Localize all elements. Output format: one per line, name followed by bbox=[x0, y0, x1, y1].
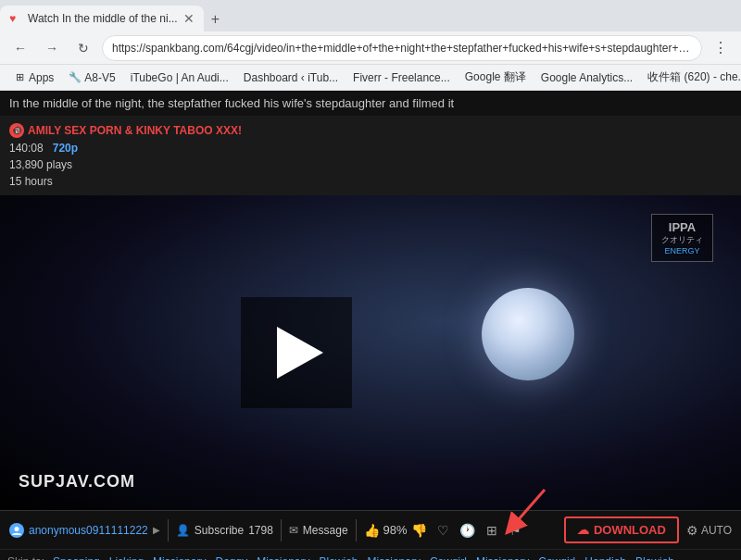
active-tab[interactable]: ♥ Watch In the middle of the ni... ✕ bbox=[0, 6, 204, 31]
skip-label: Skip to: bbox=[7, 555, 44, 560]
page-content: In the middle of the night, the stepfath… bbox=[0, 91, 741, 560]
logo-line1: IPPA bbox=[661, 220, 703, 234]
divider-1 bbox=[168, 519, 169, 541]
nav-bar: ← → ↻ https://spankbang.com/64cgj/video/… bbox=[0, 31, 741, 65]
skip-cowgirl-1[interactable]: Cowgirl bbox=[425, 554, 471, 560]
watermark: SUPJAV.COM bbox=[19, 472, 135, 492]
logo-line2: クオリティ bbox=[661, 234, 703, 246]
browser-chrome: ♥ Watch In the middle of the ni... ✕ + ←… bbox=[0, 0, 741, 91]
svg-point-0 bbox=[15, 527, 19, 531]
skip-blowjob-2[interactable]: Blowjob bbox=[631, 554, 679, 560]
thumbs-up-button[interactable]: 👍 bbox=[364, 523, 380, 538]
skip-missionary-2[interactable]: Missionary bbox=[252, 554, 314, 560]
download-cloud-icon: ☁ bbox=[577, 523, 589, 537]
bookmark-itubego-label: iTubeGo | An Audi... bbox=[131, 71, 229, 84]
gear-icon: ⚙ bbox=[686, 523, 698, 538]
subscribe-icon: 👤 bbox=[176, 524, 190, 537]
play-icon bbox=[277, 327, 323, 379]
bookmark-fiverr[interactable]: Fiverr - Freelance... bbox=[347, 69, 456, 86]
tab-close-button[interactable]: ✕ bbox=[183, 11, 195, 26]
time-ago: 15 hours bbox=[9, 175, 53, 188]
divider-3 bbox=[356, 519, 357, 541]
auto-button[interactable]: ⚙ AUTO bbox=[686, 523, 732, 538]
bookmark-translate-label: Google 翻译 bbox=[465, 69, 526, 85]
download-area: ☁ DOWNLOAD bbox=[564, 516, 679, 543]
page-title-bar: In the middle of the night, the stepfath… bbox=[0, 91, 741, 116]
divider-2 bbox=[281, 519, 282, 541]
bookmark-inbox[interactable]: 收件箱 (620) - che... bbox=[642, 68, 741, 87]
subscribe-label: Subscribe bbox=[195, 524, 244, 537]
tab-title: Watch In the middle of the ni... bbox=[28, 12, 178, 25]
bookmark-dashboard-label: Dashboard ‹ iTub... bbox=[244, 71, 338, 84]
a8v5-icon: 🔧 bbox=[69, 71, 82, 84]
video-quality: 720p bbox=[53, 142, 78, 155]
new-tab-button[interactable]: + bbox=[204, 7, 227, 31]
red-arrow-svg bbox=[494, 485, 549, 536]
back-button[interactable]: ← bbox=[7, 35, 33, 61]
rating-area: 👍 98% 👎 bbox=[364, 523, 427, 538]
bookmark-google-translate[interactable]: Google 翻译 bbox=[459, 68, 532, 87]
user-avatar bbox=[9, 523, 24, 538]
favorite-icon[interactable]: ♡ bbox=[434, 523, 453, 538]
tab-bar: ♥ Watch In the middle of the ni... ✕ + bbox=[0, 0, 741, 31]
bookmark-a8v5[interactable]: 🔧 A8-V5 bbox=[63, 69, 120, 86]
skip-missionary-3[interactable]: Missionary bbox=[363, 554, 425, 560]
user-chevron: ▶ bbox=[153, 525, 160, 535]
forward-button[interactable]: → bbox=[39, 35, 65, 61]
video-player[interactable]: SUPJAV.COM IPPA クオリティ ENERGY bbox=[0, 195, 741, 510]
video-info: 🔞 AMILY SEX PORN & KINKY TABOO XXX! 140:… bbox=[0, 116, 741, 195]
rating-percent: 98% bbox=[383, 523, 408, 537]
tab-favicon: ♥ bbox=[9, 12, 22, 25]
controls-bar: anonymous0911111222 ▶ 👤 Subscribe 1798 ✉… bbox=[0, 510, 741, 549]
address-bar[interactable]: https://spankbang.com/64cgj/video/in+the… bbox=[102, 35, 702, 61]
message-label: Message bbox=[303, 524, 348, 537]
skip-cowgirl-2[interactable]: Cowgirl bbox=[534, 554, 580, 560]
bookmark-apps[interactable]: ⊞ Apps bbox=[7, 69, 59, 86]
play-button-area[interactable] bbox=[241, 297, 352, 408]
moon-visual bbox=[482, 288, 574, 380]
page-title: In the middle of the night, the stepfath… bbox=[9, 96, 454, 110]
skip-blowjob-1[interactable]: Blowjob bbox=[315, 554, 363, 560]
bookmark-fiverr-label: Fiverr - Freelance... bbox=[353, 71, 450, 84]
bookmark-analytics-label: Google Analytics... bbox=[541, 71, 633, 84]
message-button[interactable]: ✉ Message bbox=[289, 524, 348, 537]
download-button[interactable]: ☁ DOWNLOAD bbox=[564, 516, 679, 543]
auto-label: AUTO bbox=[701, 524, 732, 537]
skip-spooning[interactable]: Spooning bbox=[48, 554, 105, 560]
video-duration: 140:08 720p bbox=[9, 142, 78, 155]
skip-missionary-1[interactable]: Missionary bbox=[148, 554, 210, 560]
skip-licking[interactable]: Licking bbox=[105, 554, 148, 560]
video-meta: 140:08 720p bbox=[9, 142, 732, 155]
subscribe-count: 1798 bbox=[248, 524, 273, 537]
bookmark-a8v5-label: A8-V5 bbox=[84, 71, 115, 84]
bookmark-analytics[interactable]: Google Analytics... bbox=[535, 69, 638, 86]
message-icon: ✉ bbox=[289, 524, 298, 537]
plays-count: 13,890 plays bbox=[9, 158, 72, 171]
skip-handjob[interactable]: Handjob bbox=[580, 554, 631, 560]
apps-icon: ⊞ bbox=[13, 71, 26, 84]
user-info[interactable]: anonymous0911111222 ▶ bbox=[9, 523, 160, 538]
extensions-button[interactable]: ⋮ bbox=[708, 35, 734, 61]
reload-button[interactable]: ↻ bbox=[70, 35, 96, 61]
clock-icon[interactable]: 🕐 bbox=[458, 523, 477, 538]
logo-line3: ENERGY bbox=[661, 246, 703, 255]
username: anonymous0911111222 bbox=[29, 524, 148, 537]
bookmarks-bar: ⊞ Apps 🔧 A8-V5 iTubeGo | An Audi... Dash… bbox=[0, 65, 741, 91]
bookmark-itubego[interactable]: iTubeGo | An Audi... bbox=[125, 69, 234, 86]
bookmark-dashboard[interactable]: Dashboard ‹ iTub... bbox=[238, 69, 344, 86]
video-age: 15 hours bbox=[9, 175, 732, 188]
download-label: DOWNLOAD bbox=[594, 523, 666, 537]
skip-bar-1: Skip to: Spooning Licking Missionary Dog… bbox=[0, 549, 741, 560]
channel-icon: 🔞 bbox=[9, 123, 24, 138]
bookmark-apps-label: Apps bbox=[29, 71, 54, 84]
thumbs-down-button[interactable]: 👎 bbox=[411, 523, 427, 538]
skip-doggy-1[interactable]: Doggy bbox=[210, 554, 252, 560]
channel-tag[interactable]: 🔞 AMILY SEX PORN & KINKY TABOO XXX! bbox=[9, 123, 732, 138]
video-plays: 13,890 plays bbox=[9, 158, 732, 171]
skip-missionary-4[interactable]: Missionary bbox=[471, 554, 534, 560]
logo-badge: IPPA クオリティ ENERGY bbox=[651, 214, 713, 262]
subscribe-button[interactable]: 👤 Subscribe 1798 bbox=[176, 524, 273, 537]
bookmark-inbox-label: 收件箱 (620) - che... bbox=[647, 69, 741, 85]
address-text: https://spankbang.com/64cgj/video/in+the… bbox=[112, 42, 692, 55]
channel-name: AMILY SEX PORN & KINKY TABOO XXX! bbox=[28, 124, 242, 137]
